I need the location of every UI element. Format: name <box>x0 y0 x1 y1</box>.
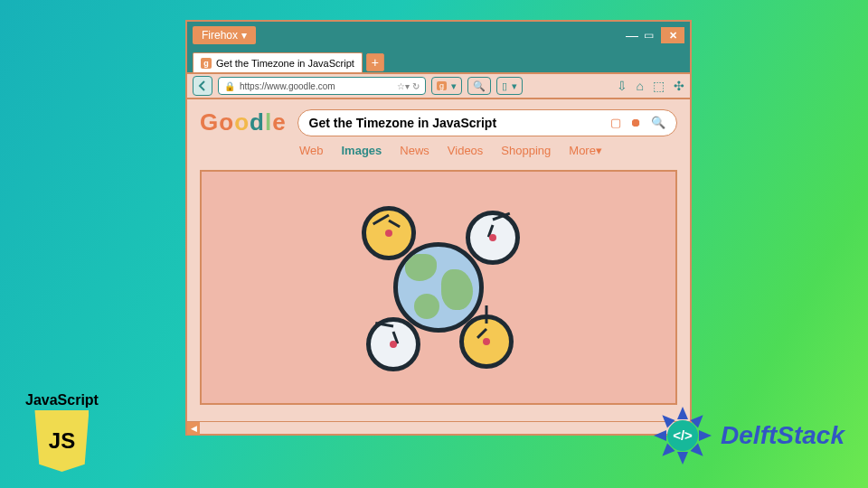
cat-images[interactable]: Images <box>342 144 382 157</box>
timezone-illustration <box>344 192 533 382</box>
back-button[interactable] <box>193 76 212 96</box>
addr-action-icons: ☆▾ ↻ <box>397 81 420 91</box>
panel-group[interactable]: ▯▾ <box>496 77 523 95</box>
lock-icon: 🔒 <box>224 81 235 91</box>
close-button[interactable]: ✕ <box>661 27 684 43</box>
address-row: 🔒 https://www.goodle.com ☆▾ ↻ g▾ 🔍 ▯▾ ⇩ … <box>187 72 690 99</box>
camera-icon[interactable]: ▢ <box>610 116 621 129</box>
scroll-left-icon[interactable]: ◀ <box>187 422 200 435</box>
search-icon: 🔍 <box>473 80 486 92</box>
page-content: Goodle ▢ ⏺ 🔍 Web Images News Videos Shop… <box>187 99 690 421</box>
mic-icon[interactable]: ⏺ <box>630 116 642 129</box>
cube-icon[interactable]: ⬚ <box>653 79 665 93</box>
new-tab-button[interactable]: + <box>366 53 384 71</box>
svg-marker-0 <box>677 407 688 419</box>
chevron-down-icon: ▾ <box>512 80 517 92</box>
browser-brand: Firehox ▾ <box>193 26 256 44</box>
delftstack-badge: </> DelftStack <box>652 405 844 466</box>
chevron-down-icon: ▾ <box>451 80 457 92</box>
cat-news[interactable]: News <box>400 144 429 157</box>
browser-window: Firehox ▾ — ▭ ✕ g Get the Timezone in Ja… <box>185 20 692 436</box>
tab-active[interactable]: g Get the Timezone in JavaScript <box>193 52 363 72</box>
download-icon[interactable]: ⇩ <box>617 79 627 93</box>
tab-title: Get the Timezone in JavaScript <box>216 58 354 69</box>
home-icon[interactable]: ⌂ <box>637 79 644 93</box>
extensions-icon[interactable]: ✣ <box>674 79 684 93</box>
js-label: JavaScript <box>25 392 99 408</box>
url-text: https://www.goodle.com <box>240 81 335 91</box>
search-group[interactable]: 🔍 <box>467 77 491 95</box>
search-box[interactable]: ▢ ⏺ 🔍 <box>297 109 677 136</box>
brand-dropdown-icon: ▾ <box>241 29 247 42</box>
delftstack-logo-icon: </> <box>652 405 713 466</box>
category-row: Web Images News Videos Shopping More▾ <box>200 144 677 157</box>
search-icon[interactable]: 🔍 <box>651 116 665 129</box>
clock-icon <box>466 211 520 265</box>
javascript-badge: JavaScript JS <box>25 392 99 472</box>
address-bar[interactable]: 🔒 https://www.goodle.com ☆▾ ↻ <box>218 77 426 95</box>
panel-icon: ▯ <box>502 80 507 92</box>
reader-icon: g <box>437 81 447 90</box>
cat-web[interactable]: Web <box>299 144 324 157</box>
reader-group[interactable]: g▾ <box>431 77 462 95</box>
goodle-logo: Goodle <box>200 108 287 136</box>
cat-videos[interactable]: Videos <box>448 144 484 157</box>
clock-icon <box>459 314 514 369</box>
cat-shopping[interactable]: Shopping <box>501 144 551 157</box>
clock-icon <box>366 317 420 371</box>
minimize-button[interactable]: — <box>626 29 638 42</box>
tabs-bar: g Get the Timezone in JavaScript + <box>187 49 690 72</box>
delftstack-label: DelftStack <box>721 421 844 450</box>
horizontal-scrollbar[interactable]: ◀ ▶ <box>187 421 690 434</box>
window-min-restore: — ▭ <box>626 29 654 42</box>
clock-icon <box>362 206 416 260</box>
svg-marker-4 <box>677 452 688 465</box>
restore-button[interactable]: ▭ <box>644 29 654 42</box>
svg-marker-2 <box>699 430 712 441</box>
browser-name-label: Firehox <box>202 29 238 42</box>
search-actions: ▢ ⏺ 🔍 <box>610 116 665 129</box>
js-shield-icon: JS <box>34 410 89 472</box>
titlebar: Firehox ▾ — ▭ ✕ <box>187 22 690 49</box>
svg-marker-6 <box>654 430 666 441</box>
svg-text:</>: </> <box>673 427 693 443</box>
search-input[interactable] <box>309 116 610 130</box>
tab-favicon-icon: g <box>201 58 212 69</box>
toolbar-icons: ⇩ ⌂ ⬚ ✣ <box>617 79 684 93</box>
cat-more[interactable]: More▾ <box>569 144 602 157</box>
search-row: Goodle ▢ ⏺ 🔍 <box>200 108 677 136</box>
hero-image-area <box>200 170 677 405</box>
